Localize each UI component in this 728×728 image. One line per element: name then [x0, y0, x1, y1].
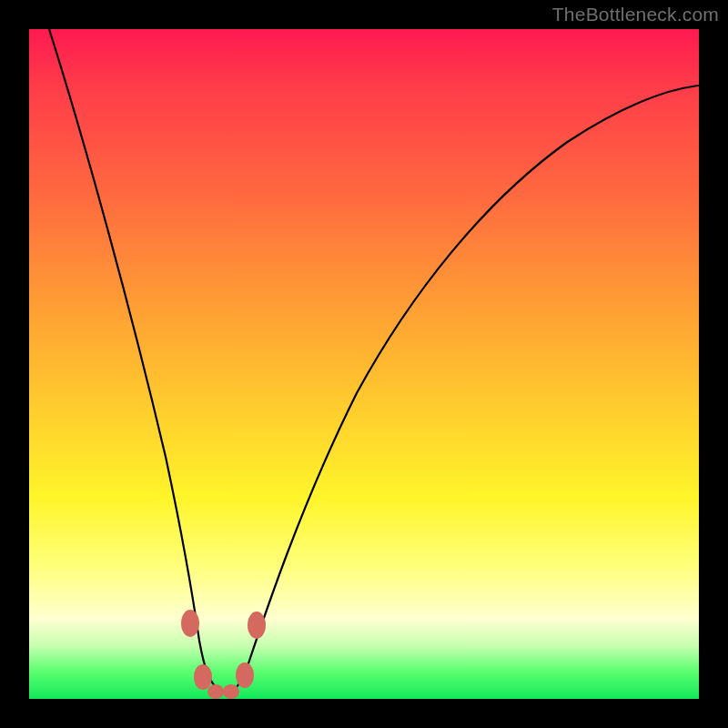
bottleneck-curve	[49, 29, 699, 693]
marker-left-upper	[181, 610, 199, 637]
watermark-text: TheBottleneck.com	[552, 4, 719, 25]
plot-area	[29, 29, 699, 699]
marker-right-upper	[248, 612, 266, 639]
marker-right-lower	[236, 662, 254, 688]
marker-bottom-1	[207, 684, 224, 699]
marker-bottom-2	[223, 684, 239, 699]
chart-svg	[29, 29, 699, 699]
marker-left-lower	[194, 664, 212, 690]
curve-markers	[181, 610, 266, 699]
outer-frame: TheBottleneck.com	[0, 0, 728, 728]
